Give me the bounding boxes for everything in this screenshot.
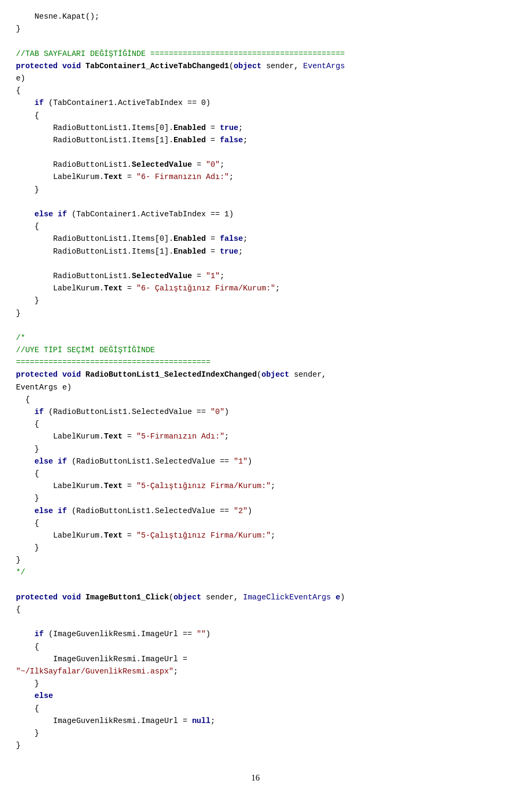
- page-number: 16: [16, 773, 495, 783]
- code-content: Nesne.Kapat(); } //TAB SAYFALARI DEĞİŞTİ…: [16, 11, 495, 752]
